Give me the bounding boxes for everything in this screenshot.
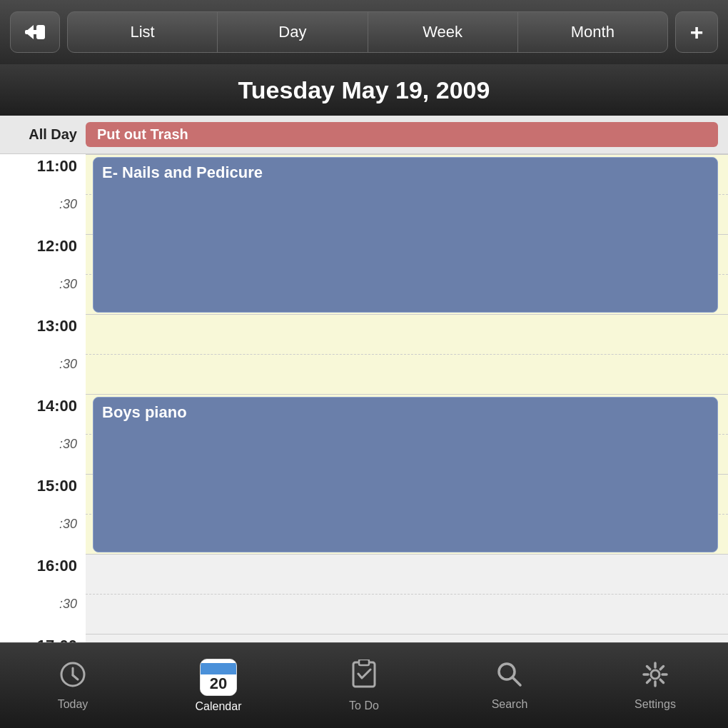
time-label: 14:00: [0, 394, 86, 434]
time-content: [86, 634, 728, 642]
time-content: [86, 354, 728, 394]
time-content: [86, 594, 728, 634]
tab-month[interactable]: Month: [518, 12, 667, 52]
tab-list[interactable]: List: [68, 12, 218, 52]
date-header: Tuesday May 19, 2009: [0, 64, 728, 116]
svg-line-17: [660, 666, 663, 669]
tab-bar: Today 20 Calendar To Do: [0, 642, 728, 728]
all-day-event[interactable]: Put out Trash: [86, 122, 718, 147]
tab-label-today: Today: [58, 698, 89, 711]
search-icon: [496, 661, 523, 694]
event-piano[interactable]: Boys piano: [93, 397, 718, 552]
time-label: :30: [0, 274, 86, 314]
time-label: :30: [0, 354, 86, 394]
tab-item-settings[interactable]: Settings: [582, 643, 728, 728]
event-piano-title: Boys piano: [102, 403, 187, 421]
svg-point-10: [651, 670, 659, 679]
time-label: 11:00: [0, 154, 86, 194]
tab-label-settings: Settings: [635, 698, 676, 711]
all-day-label: All Day: [0, 126, 86, 143]
current-date: Tuesday May 19, 2009: [238, 76, 490, 104]
svg-line-16: [660, 679, 663, 682]
tab-item-calendar[interactable]: 20 Calendar: [146, 643, 291, 728]
time-row-1300: 13:00: [0, 314, 728, 354]
tab-day[interactable]: Day: [218, 12, 368, 52]
tab-label-search: Search: [492, 698, 528, 711]
time-row-1600: 16:00: [0, 554, 728, 594]
time-label: 17:00: [0, 634, 86, 642]
time-label: :30: [0, 594, 86, 634]
time-row-1630: :30: [0, 594, 728, 634]
svg-line-9: [512, 677, 520, 685]
clock-icon: [59, 661, 86, 694]
add-button[interactable]: +: [675, 11, 718, 53]
time-label: 16:00: [0, 554, 86, 594]
svg-rect-2: [36, 25, 45, 39]
time-slots: 11:00 :30 12:00 :30 13:00 :30 14:00 :30: [0, 154, 728, 642]
time-row-1330: :30: [0, 354, 728, 394]
svg-line-5: [73, 675, 78, 679]
time-label: 13:00: [0, 314, 86, 354]
top-bar: List Day Week Month +: [0, 0, 728, 64]
time-label: 15:00: [0, 474, 86, 514]
tab-item-today[interactable]: Today: [0, 643, 146, 728]
calendar-body: 11:00 :30 12:00 :30 13:00 :30 14:00 :30: [0, 154, 728, 642]
time-row-1700: 17:00: [0, 634, 728, 642]
time-label: :30: [0, 434, 86, 474]
time-content: [86, 314, 728, 354]
all-day-row: All Day Put out Trash: [0, 116, 728, 154]
svg-line-18: [647, 679, 650, 682]
svg-line-15: [647, 666, 650, 669]
time-label: :30: [0, 194, 86, 234]
tab-week[interactable]: Week: [368, 12, 518, 52]
tab-item-search[interactable]: Search: [437, 643, 582, 728]
time-label: :30: [0, 514, 86, 554]
tab-item-todo[interactable]: To Do: [291, 643, 437, 728]
time-content: [86, 554, 728, 594]
tab-label-calendar: Calendar: [196, 700, 242, 713]
svg-rect-7: [359, 659, 369, 665]
calendar-day-number: 20: [210, 674, 227, 692]
time-label: 12:00: [0, 234, 86, 274]
event-nails-title: E- Nails and Pedicure: [102, 163, 263, 181]
event-nails[interactable]: E- Nails and Pedicure: [93, 157, 718, 313]
view-tabs: List Day Week Month: [67, 11, 668, 53]
calendar-icon: 20: [200, 659, 237, 696]
todo-icon: [350, 659, 378, 695]
tab-label-todo: To Do: [349, 699, 379, 712]
gear-icon: [642, 661, 669, 694]
back-button[interactable]: [10, 11, 60, 53]
